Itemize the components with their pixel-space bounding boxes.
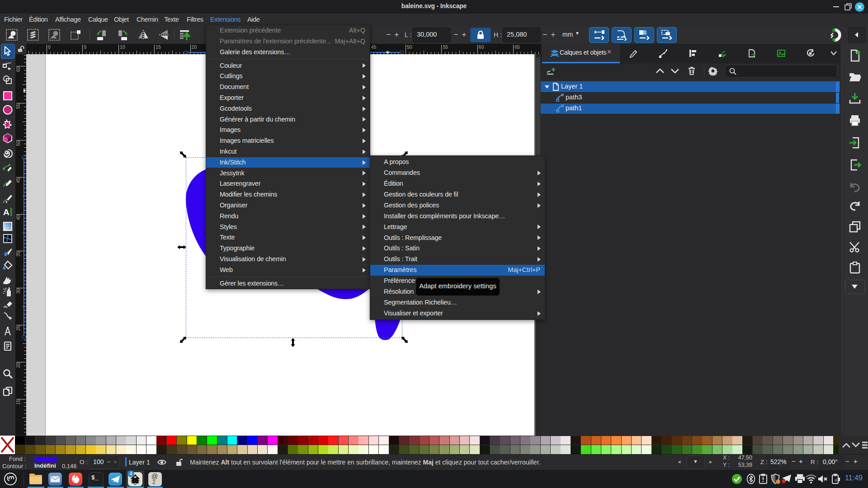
svg-text:A: A	[3, 207, 9, 217]
